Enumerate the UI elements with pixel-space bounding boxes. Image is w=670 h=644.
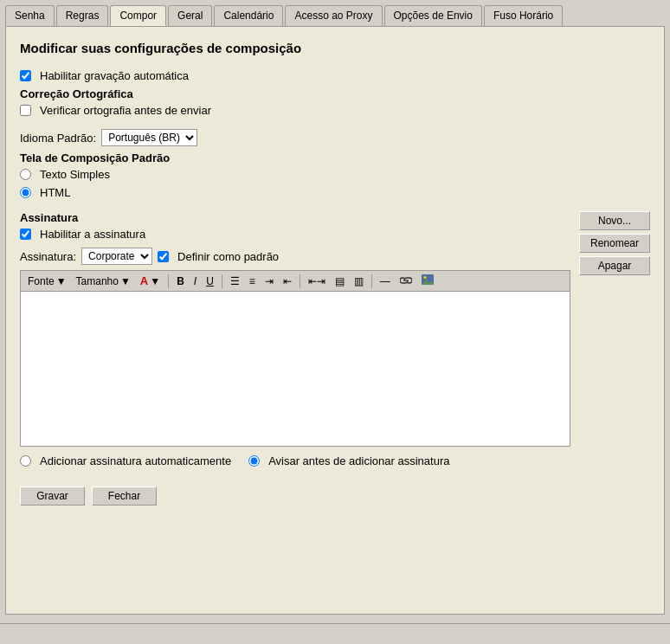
signature-select[interactable]: Corporate <box>81 248 152 265</box>
signature-name-row: Assinatura: Corporate Definir como padrã… <box>20 248 570 265</box>
indent-left-button[interactable]: ⇤ <box>280 274 295 289</box>
font-chevron: ▼ <box>56 275 67 287</box>
size-chevron: ▼ <box>120 275 131 287</box>
tab-geral[interactable]: Geral <box>168 5 212 26</box>
separator-3 <box>300 274 300 288</box>
tab-fuso[interactable]: Fuso Horário <box>484 5 563 26</box>
page-divider <box>0 623 670 624</box>
spell-check-section: Correção Ortográfica Verificar ortografi… <box>20 87 650 117</box>
signature-title: Assinatura <box>20 211 570 224</box>
add-auto-label: Adicionar assinatura automaticamente <box>40 454 231 467</box>
plain-text-radio[interactable] <box>20 169 31 180</box>
html-radio[interactable] <box>20 187 31 198</box>
align-right-button[interactable]: ▥ <box>351 274 367 289</box>
enable-signature-row: Habilitar a assinatura <box>20 228 570 241</box>
font-label: Fonte <box>28 275 55 287</box>
html-row: HTML <box>20 186 650 199</box>
tab-acesso[interactable]: Acesso ao Proxy <box>285 5 382 26</box>
font-dropdown[interactable]: Fonte ▼ <box>24 274 70 289</box>
html-label: HTML <box>40 186 70 199</box>
signature-left: Assinatura Habilitar a assinatura Assina… <box>20 211 570 473</box>
warn-before-row: Avisar antes de adicionar assinatura <box>248 454 449 467</box>
separator-2 <box>222 274 222 288</box>
link-button[interactable] <box>396 274 416 289</box>
align-left-button[interactable]: ⇤⇥ <box>305 274 329 289</box>
bottom-options: Adicionar assinatura automaticamente Avi… <box>20 454 570 473</box>
set-default-label: Definir como padrão <box>177 250 279 263</box>
signature-editor[interactable] <box>20 291 570 447</box>
auto-save-label: Habilitar gravação automática <box>40 69 189 82</box>
spell-check-label: Verificar ortografia antes de enviar <box>40 104 211 117</box>
plain-text-label: Texto Simples <box>40 168 110 181</box>
tab-regras[interactable]: Regras <box>56 5 109 26</box>
enable-signature-label: Habilitar a assinatura <box>40 228 145 241</box>
indent-right-button[interactable]: ⇥ <box>261 274 277 289</box>
svg-point-2 <box>423 276 426 279</box>
ordered-list-button[interactable]: ☰ <box>227 274 243 289</box>
tab-calendario[interactable]: Calendário <box>214 5 283 26</box>
align-center-button[interactable]: ▤ <box>332 274 348 289</box>
separator-4 <box>371 274 372 288</box>
page-title: Modificar suas configurações de composiç… <box>20 41 650 55</box>
auto-save-section: Habilitar gravação automática <box>20 69 650 82</box>
signature-buttons: Novo... Renomear Apagar <box>579 211 650 473</box>
tab-bar: Senha Regras Compor Geral Calendário Ace… <box>0 0 670 26</box>
add-auto-row: Adicionar assinatura automaticamente <box>20 454 231 467</box>
underline-button[interactable]: U <box>203 274 217 289</box>
color-dropdown[interactable]: A ▼ <box>137 273 164 289</box>
auto-save-checkbox[interactable] <box>20 70 31 81</box>
tab-opcoes[interactable]: Opções de Envio <box>384 5 482 26</box>
spell-section-title: Correção Ortográfica <box>20 87 650 100</box>
close-button[interactable]: Fechar <box>92 486 157 506</box>
warn-before-label: Avisar antes de adicionar assinatura <box>268 454 449 467</box>
link-icon <box>400 276 412 285</box>
save-button[interactable]: Gravar <box>20 486 85 506</box>
signature-section: Assinatura Habilitar a assinatura Assina… <box>20 211 650 473</box>
compose-screen-title: Tela de Composição Padrão <box>20 151 650 164</box>
spell-check-checkbox[interactable] <box>20 105 31 116</box>
set-default-checkbox[interactable] <box>158 251 169 262</box>
size-dropdown[interactable]: Tamanho ▼ <box>73 274 134 289</box>
new-button[interactable]: Novo... <box>579 211 650 230</box>
size-label: Tamanho <box>76 275 119 287</box>
spell-check-row: Verificar ortografia antes de enviar <box>20 104 650 117</box>
color-chevron: ▼ <box>150 275 160 287</box>
separator-1 <box>168 274 169 288</box>
delete-button[interactable]: Apagar <box>579 256 650 275</box>
rename-button[interactable]: Renomear <box>579 234 650 253</box>
language-label: Idioma Padrão: <box>20 132 96 145</box>
hr-button[interactable]: — <box>377 274 394 289</box>
color-icon: A <box>140 274 148 287</box>
main-content: Modificar suas configurações de composiç… <box>5 26 665 615</box>
footer-buttons: Gravar Fechar <box>20 486 650 506</box>
bold-button[interactable]: B <box>173 274 188 289</box>
language-select[interactable]: Português (BR) English Español <box>101 129 197 146</box>
warn-before-radio[interactable] <box>248 455 260 467</box>
language-section: Idioma Padrão: Português (BR) English Es… <box>20 129 650 146</box>
image-button[interactable] <box>418 273 437 289</box>
plain-text-row: Texto Simples <box>20 168 650 181</box>
unordered-list-button[interactable]: ≡ <box>246 274 259 289</box>
image-icon <box>422 274 434 285</box>
enable-signature-checkbox[interactable] <box>20 229 31 240</box>
editor-toolbar: Fonte ▼ Tamanho ▼ A ▼ B I U ☰ ≡ <box>20 270 570 291</box>
assinatura-label: Assinatura: <box>20 250 76 263</box>
tab-compor[interactable]: Compor <box>110 5 166 26</box>
tab-senha[interactable]: Senha <box>5 5 55 26</box>
compose-screen-section: Tela de Composição Padrão Texto Simples … <box>20 151 650 199</box>
italic-button[interactable]: I <box>190 274 200 289</box>
add-auto-radio[interactable] <box>20 455 31 467</box>
